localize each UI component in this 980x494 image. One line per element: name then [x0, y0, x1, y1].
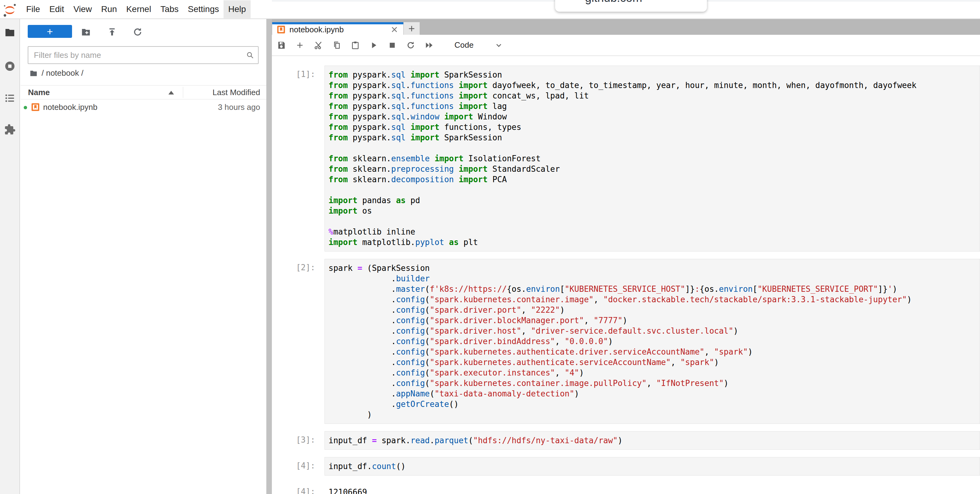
chevron-down-icon[interactable]	[494, 41, 503, 50]
file-modified: 3 hours ago	[218, 103, 260, 112]
column-divider	[183, 87, 183, 98]
menu-help[interactable]: Help	[224, 0, 251, 18]
menu-items: File Edit View Run Kernel Tabs Settings …	[22, 0, 251, 18]
home-folder-icon	[29, 69, 38, 78]
file-browser-panel: + / notebook / Name Last Modified	[21, 19, 266, 494]
cell-output: [4]:12106669	[272, 483, 980, 494]
cell-type-select[interactable]: Code	[455, 40, 474, 50]
paste-cells-button[interactable]	[351, 41, 360, 50]
plus-icon	[407, 24, 416, 33]
copy-cells-button[interactable]	[332, 41, 342, 50]
menu-kernel[interactable]: Kernel	[122, 0, 156, 18]
interrupt-kernel-button[interactable]	[388, 41, 397, 50]
main-dock: notebook.ipynb	[272, 19, 980, 494]
activity-bar	[0, 19, 20, 494]
restart-kernel-button[interactable]	[406, 41, 415, 50]
menu-edit[interactable]: Edit	[45, 0, 68, 18]
code-text: input_df.count()	[329, 461, 980, 472]
tab-notebook[interactable]: notebook.ipynb	[272, 22, 403, 35]
app-logo-icon	[2, 3, 17, 17]
popup-domain-text: github.com	[585, 0, 642, 5]
notebook-cell: [4]:input_df.count()	[272, 457, 980, 475]
file-list-header: Name Last Modified	[21, 85, 266, 99]
output-prompt: [4]:	[272, 483, 325, 494]
column-last-modified[interactable]: Last Modified	[212, 88, 260, 97]
code-text: spark = (SparkSession .builder .master(f…	[329, 263, 980, 420]
input-prompt: [3]:	[272, 431, 325, 450]
code-text: from pyspark.sql import SparkSession fro…	[329, 70, 980, 248]
new-tab-button[interactable]	[404, 22, 420, 35]
menu-view[interactable]: View	[68, 0, 96, 18]
table-of-contents-icon[interactable]	[4, 92, 16, 104]
close-tab-icon[interactable]	[390, 25, 399, 34]
sort-ascending-icon[interactable]	[168, 91, 174, 95]
file-row-notebook[interactable]: notebook.ipynb 3 hours ago	[21, 100, 266, 115]
code-editor[interactable]: input_df.count()	[325, 457, 980, 475]
menu-tabs[interactable]: Tabs	[156, 0, 183, 18]
upload-icon[interactable]	[107, 27, 117, 37]
running-kernel-dot	[24, 106, 27, 109]
search-icon	[246, 51, 254, 59]
code-editor[interactable]: input_df = spark.read.parquet("hdfs://hd…	[325, 431, 980, 450]
file-name: notebook.ipynb	[43, 103, 97, 112]
menu-run[interactable]: Run	[97, 0, 122, 18]
panel-splitter[interactable]	[266, 19, 272, 494]
cell-list: [1]:from pyspark.sql import SparkSession…	[272, 65, 980, 494]
browser-popup[interactable]: github.com	[555, 0, 707, 12]
extensions-icon[interactable]	[4, 124, 16, 135]
notebook-cell: [3]:input_df = spark.read.parquet("hdfs:…	[272, 431, 980, 450]
filter-files-box	[28, 46, 259, 64]
new-folder-icon[interactable]	[81, 27, 91, 37]
run-cell-button[interactable]	[369, 41, 379, 50]
breadcrumb[interactable]: / notebook /	[29, 68, 83, 78]
cut-cells-button[interactable]	[314, 41, 323, 50]
restart-run-all-button[interactable]	[425, 41, 434, 50]
column-name[interactable]: Name	[28, 88, 50, 97]
breadcrumb-path: / notebook /	[41, 68, 83, 78]
notebook-cell: [1]:from pyspark.sql import SparkSession…	[272, 65, 980, 251]
file-browser-icon[interactable]	[4, 27, 16, 38]
filter-files-input[interactable]	[33, 47, 241, 64]
code-text: input_df = spark.read.parquet("hdfs://hd…	[329, 435, 980, 446]
input-prompt: [2]:	[272, 259, 325, 424]
new-launcher-button[interactable]: +	[28, 25, 72, 38]
tab-title: notebook.ipynb	[290, 25, 344, 35]
notebook-toolbar: Code	[272, 35, 980, 56]
menu-bar: File Edit View Run Kernel Tabs Settings …	[0, 0, 980, 19]
menu-file[interactable]: File	[22, 0, 45, 18]
output-area: 12106669	[325, 483, 980, 494]
input-prompt: [4]:	[272, 457, 325, 475]
notebook-tab-icon	[277, 25, 286, 34]
save-button[interactable]	[277, 41, 286, 50]
new-launcher-plus: +	[47, 25, 53, 38]
code-editor[interactable]: spark = (SparkSession .builder .master(f…	[325, 259, 980, 424]
running-kernels-icon[interactable]	[4, 60, 16, 72]
notebook-file-icon	[31, 103, 40, 112]
refresh-icon[interactable]	[132, 27, 143, 37]
tab-bar: notebook.ipynb	[272, 19, 980, 35]
notebook-scroll-area[interactable]: [1]:from pyspark.sql import SparkSession…	[272, 56, 980, 494]
notebook-cell: [2]:spark = (SparkSession .builder .mast…	[272, 259, 980, 424]
code-editor[interactable]: from pyspark.sql import SparkSession fro…	[325, 65, 980, 251]
code-text: 12106669	[329, 487, 980, 494]
menu-settings[interactable]: Settings	[183, 0, 224, 18]
add-cell-button[interactable]	[295, 41, 304, 50]
input-prompt: [1]:	[272, 65, 325, 251]
